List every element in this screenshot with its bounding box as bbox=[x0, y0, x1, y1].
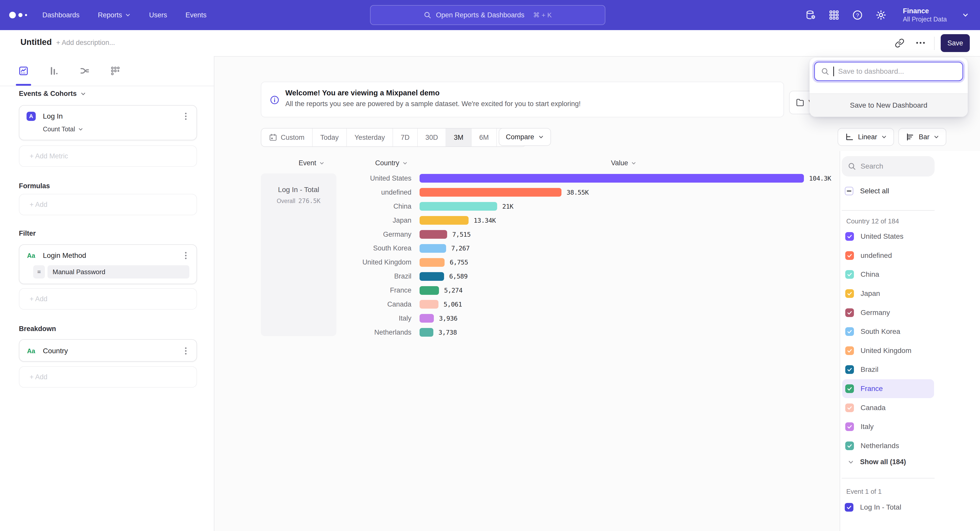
save-button[interactable]: Save bbox=[941, 34, 970, 52]
country-checkbox[interactable] bbox=[845, 270, 854, 279]
apps-grid-icon[interactable] bbox=[829, 10, 840, 21]
add-breakdown-button[interactable]: + Add bbox=[19, 366, 197, 388]
chart-bar-value: 38.55K bbox=[566, 189, 589, 196]
metric-card-log-in[interactable]: A Log In Count Total bbox=[19, 105, 197, 140]
more-options-icon[interactable] bbox=[916, 41, 925, 44]
chart-type-select-button[interactable]: Bar bbox=[898, 128, 946, 146]
country-filter-item[interactable]: undefined bbox=[842, 246, 934, 265]
chart-bar[interactable] bbox=[420, 216, 469, 225]
help-icon[interactable]: ? bbox=[852, 10, 863, 21]
country-checkbox[interactable] bbox=[845, 327, 854, 336]
country-checkbox[interactable] bbox=[845, 289, 854, 298]
chart-bar[interactable] bbox=[420, 230, 447, 239]
select-all-toggle[interactable]: Select all bbox=[845, 187, 889, 195]
funnel-bars-icon bbox=[49, 65, 59, 76]
event-legend-item[interactable]: Log In - Total bbox=[845, 503, 901, 512]
range-custom[interactable]: Custom bbox=[261, 128, 313, 146]
range-6m[interactable]: 6M bbox=[472, 128, 497, 146]
country-checkbox[interactable] bbox=[845, 251, 854, 260]
country-checkbox[interactable] bbox=[845, 232, 854, 241]
range-yesterday[interactable]: Yesterday bbox=[347, 128, 393, 146]
country-checkbox[interactable] bbox=[845, 404, 854, 412]
country-checkbox[interactable] bbox=[845, 384, 854, 393]
country-checkbox[interactable] bbox=[845, 346, 854, 355]
nav-item-events[interactable]: Events bbox=[186, 11, 207, 19]
breakdown-property-name[interactable]: Country bbox=[43, 347, 182, 355]
settings-gear-icon[interactable] bbox=[875, 10, 886, 21]
country-filter-item[interactable]: Canada bbox=[842, 398, 934, 417]
compare-button[interactable]: Compare bbox=[499, 128, 551, 146]
scale-select-button[interactable]: Linear bbox=[838, 128, 894, 146]
country-filter-item[interactable]: Germany bbox=[842, 303, 934, 322]
chart-bar[interactable] bbox=[420, 258, 445, 267]
country-filter-item[interactable]: China bbox=[842, 265, 934, 284]
country-filter-item[interactable]: Brazil bbox=[842, 360, 934, 379]
country-checkbox[interactable] bbox=[845, 441, 854, 450]
chart-bar-value: 6,589 bbox=[449, 273, 468, 280]
tab-funnels[interactable] bbox=[45, 62, 63, 80]
country-filter-item[interactable]: Netherlands bbox=[842, 436, 934, 455]
country-checkbox[interactable] bbox=[845, 365, 854, 374]
tab-flows[interactable] bbox=[76, 62, 94, 80]
chart-bar[interactable] bbox=[420, 300, 438, 309]
save-to-new-dashboard-button[interactable]: Save to New Dashboard bbox=[810, 94, 968, 117]
chart-bar[interactable] bbox=[420, 244, 446, 253]
events-cohorts-header[interactable]: Events & Cohorts bbox=[19, 90, 86, 98]
select-all-checkbox[interactable] bbox=[845, 187, 853, 195]
filter-kebab-menu-icon[interactable] bbox=[182, 252, 189, 259]
tab-insights[interactable] bbox=[14, 62, 33, 80]
add-description-field[interactable]: + Add description... bbox=[56, 39, 115, 47]
column-header-country[interactable]: Country bbox=[375, 159, 407, 167]
show-all-button[interactable]: Show all (184) bbox=[848, 458, 906, 466]
chart-bar[interactable] bbox=[420, 286, 439, 295]
country-filter-item[interactable]: Italy bbox=[842, 417, 934, 436]
chart-bar[interactable] bbox=[420, 174, 804, 182]
metric-aggregation-select[interactable]: Count Total bbox=[43, 125, 83, 133]
range-3m[interactable]: 3M bbox=[446, 128, 472, 146]
filter-property-name[interactable]: Login Method bbox=[43, 252, 182, 260]
chart-bar[interactable] bbox=[420, 314, 434, 323]
country-filter-item[interactable]: Japan bbox=[842, 284, 934, 303]
metric-event-name[interactable]: Log In bbox=[43, 112, 182, 120]
range-30d[interactable]: 30D bbox=[418, 128, 446, 146]
chevron-down-icon[interactable] bbox=[962, 12, 969, 18]
chart-bar[interactable] bbox=[420, 188, 562, 197]
metric-kebab-menu-icon[interactable] bbox=[182, 113, 189, 120]
country-filter-item[interactable]: United States bbox=[842, 227, 934, 246]
copy-link-icon[interactable] bbox=[895, 38, 904, 48]
filter-value-select[interactable]: Manual Password bbox=[48, 265, 189, 279]
project-switcher[interactable]: Finance All Project Data bbox=[903, 7, 947, 24]
country-filter-item[interactable]: South Korea bbox=[842, 322, 934, 341]
range-7d[interactable]: 7D bbox=[393, 128, 418, 146]
country-filter-item[interactable]: United Kingdom bbox=[842, 341, 934, 360]
filter-card-login-method[interactable]: Aa Login Method = Manual Password bbox=[19, 244, 197, 284]
global-search-button[interactable]: Open Reports & Dashboards ⌘ + K bbox=[370, 5, 605, 25]
breakdown-kebab-menu-icon[interactable] bbox=[182, 347, 189, 355]
column-header-event[interactable]: Event bbox=[299, 159, 325, 167]
mixpanel-logo-icon[interactable] bbox=[9, 12, 27, 18]
country-filter-item[interactable]: France bbox=[842, 379, 934, 398]
chart-bar[interactable] bbox=[420, 272, 444, 281]
country-checkbox[interactable] bbox=[845, 308, 854, 317]
legend-search-input[interactable]: Search bbox=[842, 156, 935, 176]
chart-bar[interactable] bbox=[420, 328, 433, 337]
report-title[interactable]: Untitled bbox=[21, 37, 52, 47]
add-metric-button[interactable]: + Add Metric bbox=[19, 145, 197, 167]
country-checkbox[interactable] bbox=[845, 422, 854, 431]
column-header-value[interactable]: Value bbox=[611, 159, 636, 167]
add-filter-button[interactable]: + Add bbox=[19, 288, 197, 310]
nav-item-dashboards[interactable]: Dashboards bbox=[42, 11, 80, 19]
chart-bar[interactable] bbox=[420, 202, 497, 211]
chart-row: Netherlands3,738 bbox=[261, 325, 835, 339]
breakdown-card-country[interactable]: Aa Country bbox=[19, 339, 197, 361]
save-dashboard-search-input[interactable]: Save to dashboard... bbox=[814, 62, 963, 81]
nav-item-reports[interactable]: Reports bbox=[98, 11, 131, 19]
filter-operator-select[interactable]: = bbox=[33, 265, 45, 279]
chart-row: United Kingdom6,755 bbox=[261, 255, 835, 269]
nav-item-users[interactable]: Users bbox=[149, 11, 167, 19]
tab-retention[interactable] bbox=[106, 62, 124, 80]
data-management-icon[interactable] bbox=[805, 10, 816, 21]
add-formula-button[interactable]: + Add bbox=[19, 194, 197, 215]
event-checkbox[interactable] bbox=[845, 503, 853, 512]
range-today[interactable]: Today bbox=[313, 128, 347, 146]
